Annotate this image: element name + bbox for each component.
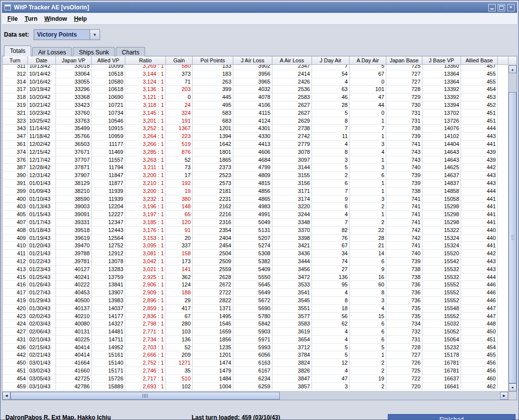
table-row[interactable]: 41601/26/4340222138412,906 : 11242672564… — [2, 281, 508, 289]
vertical-scroll-track[interactable] — [509, 73, 517, 383]
table-cell: 440 — [461, 227, 498, 234]
tab-air-losses[interactable]: Air Losses — [32, 47, 72, 56]
table-row[interactable]: 40801/18/4339518124433,176 : 19123545131… — [2, 227, 508, 234]
table-row[interactable]: 42702/06/4340131144812,771 : 11031659590… — [2, 328, 508, 336]
horizontal-scrollbar[interactable]: ◀ ▶ — [2, 392, 508, 400]
table-cell: 5207 — [233, 234, 272, 242]
dataset-combobox[interactable]: Victory Points ▼ — [34, 29, 100, 40]
table-row[interactable]: 43102/10/4340225147112,734 : 11361856597… — [2, 336, 508, 344]
table-row[interactable]: 40901/19/4339619125643,153 : 12024045207… — [2, 234, 508, 242]
table-row[interactable]: 37612/17/4237707115573,263 : 15218654684… — [2, 156, 508, 164]
menu-file[interactable]: File — [4, 14, 21, 24]
table-row[interactable]: 45403/05/4342725157262,717 : 15101484623… — [2, 375, 508, 383]
table-cell: 16781 — [422, 367, 461, 375]
table-row[interactable]: 40301/13/4339003122043,196 : 11482162498… — [2, 203, 508, 211]
table-row[interactable]: 39901/09/4338210119393,200 : 11921814856… — [2, 187, 508, 195]
tab-ships-sunk[interactable]: Ships Sunk — [73, 47, 115, 56]
table-cell: 37671 — [56, 148, 92, 156]
scroll-down-icon[interactable]: ▼ — [509, 383, 517, 391]
table-row[interactable]: 31910/21/4233423107213,118 : 12449541062… — [2, 101, 508, 109]
table-row[interactable]: 31210/14/4233064105183,144 : 13731833956… — [2, 70, 508, 78]
table-cell: 3902 — [233, 65, 272, 70]
scroll-right-icon[interactable]: ▶ — [500, 392, 508, 400]
table-row[interactable]: 41301/23/4340127132833,021 : 11412559540… — [2, 266, 508, 274]
table-cell: 3,232 : 1 — [125, 195, 166, 203]
column-header-pol-points[interactable]: Pol Points — [193, 56, 233, 65]
menu-window[interactable]: Window — [41, 14, 70, 24]
column-header-date[interactable]: Date — [28, 56, 56, 65]
table-row[interactable]: 34711/18/4235766109593,264 : 12231394433… — [2, 133, 508, 140]
maximize-icon[interactable] — [498, 4, 505, 11]
table-row[interactable]: 32110/23/4233760107343,145 : 13245834115… — [2, 109, 508, 117]
table-cell: 2 — [350, 383, 386, 391]
table-cell: 741 — [386, 195, 422, 203]
table-row[interactable]: 31410/16/4233055105803,124 : 17126339652… — [2, 78, 508, 86]
table-row[interactable]: 39101/01/4338129118773,210 : 11922573481… — [2, 180, 508, 187]
column-header-j-air-loss[interactable]: J Air Loss — [233, 56, 272, 65]
table-row[interactable]: 41001/20/4339470127523,095 : 13372454527… — [2, 242, 508, 250]
table-cell: 15552 — [422, 281, 461, 289]
table-cell: 42786 — [56, 383, 92, 391]
table-cell: 14481 — [92, 328, 125, 336]
column-header-j-day-air[interactable]: J Day Air — [312, 56, 350, 65]
menu-help[interactable]: Help — [70, 14, 90, 24]
table-row[interactable]: 44202/21/4340414151612,666 : 12091201605… — [2, 351, 508, 359]
table-row[interactable]: 40501/15/4339091122273,197 : 16522164991… — [2, 211, 508, 219]
table-row[interactable]: 37412/15/4237671114693,285 : 18761801460… — [2, 148, 508, 156]
tab-totals[interactable]: Totals — [4, 46, 31, 56]
table-row[interactable]: 40701/17/4339331123473,185 : 11202316504… — [2, 219, 508, 227]
table-row[interactable]: 43602/15/4340414149522,703 : 15212355993… — [2, 344, 508, 352]
table-row[interactable]: 41201/22/4339781130783,042 : 11732509538… — [2, 258, 508, 266]
table-cell-filler — [498, 180, 508, 187]
table-row[interactable]: 42302/02/4340210141772,836 : 16714955780… — [2, 313, 508, 321]
scroll-up-icon[interactable]: ▲ — [509, 65, 517, 73]
table-row[interactable]: 39012/31/4237907118473,200 : 11725234809… — [2, 172, 508, 180]
table-row[interactable]: 41901/29/4340500139832,896 : 12928225672… — [2, 297, 508, 305]
column-header-a-air-loss[interactable]: A Air Loss — [272, 56, 312, 65]
table-row[interactable]: 31110/13/4233018100993,269 : 15801333902… — [2, 65, 508, 70]
column-header-allied-base[interactable]: Allied Base — [461, 56, 498, 65]
vertical-scroll-thumb[interactable] — [509, 92, 517, 383]
horizontal-scroll-thumb[interactable] — [10, 392, 280, 400]
table-row[interactable]: 45103/02/4341660151712,746 : 13514796167… — [2, 367, 508, 375]
table-row[interactable]: 38712/28/4237871117943,211 : 17323734799… — [2, 164, 508, 172]
horizontal-scroll-track[interactable] — [10, 392, 500, 400]
table-row[interactable]: 41501/25/4340241137592,925 : 13622628555… — [2, 274, 508, 281]
vertical-scrollbar[interactable]: ▲ ▼ — [508, 56, 517, 391]
column-header-a-day-air[interactable]: A Day Air — [350, 56, 386, 65]
table-row[interactable]: 32310/25/4233763105463,201 : 11916834124… — [2, 117, 508, 125]
table-cell: 2779 — [272, 140, 312, 148]
table-cell: 3,196 : 1 — [125, 203, 166, 211]
close-icon[interactable]: ✕ — [507, 4, 515, 11]
menu-turn[interactable]: Turn — [21, 14, 41, 24]
table-row[interactable]: 40001/10/4338590119393,232 : 13802231486… — [2, 195, 508, 203]
column-header-ratio[interactable]: Ratio — [125, 56, 166, 65]
table-cell-filler — [498, 86, 508, 93]
table-row[interactable]: 41701/27/4340453139072,909 : 11882722564… — [2, 289, 508, 297]
column-header-allied-vp[interactable]: Allied VP — [92, 56, 125, 65]
table-cell: 446 — [461, 297, 498, 305]
scroll-left-icon[interactable]: ◀ — [2, 392, 10, 400]
table-row[interactable]: 42001/30/4340137140372,859 : 14171371569… — [2, 305, 508, 313]
column-header-japan-vp[interactable]: Japan VP — [56, 56, 92, 65]
table-cell: 3,136 : 1 — [125, 86, 166, 93]
chevron-down-icon[interactable]: ▼ — [90, 30, 100, 40]
column-header-j-base-vp[interactable]: J Base VP — [422, 56, 461, 65]
table-row[interactable]: 31710/19/4233296106183,136 : 12033994032… — [2, 86, 508, 93]
table-row[interactable]: 34311/14/4235499109153,252 : 11367120143… — [2, 125, 508, 133]
table-row[interactable]: 41101/21/4339788129123,081 : 11582504530… — [2, 250, 508, 258]
title-bar[interactable]: WitP Tracker AE [vsOlorin] ✕ — [2, 2, 517, 13]
minimize-icon[interactable] — [488, 4, 496, 11]
column-header-gain[interactable]: Gain — [166, 56, 193, 65]
table-row[interactable]: 45903/10/4342786158892,693 : 11021004625… — [2, 383, 508, 391]
table-row[interactable]: 42402/03/4340080143272,798 : 12801545584… — [2, 320, 508, 328]
table-row[interactable]: 45003/01/4341664151402,752 : 11271147461… — [2, 359, 508, 367]
table-row[interactable]: 36112/02/4236503111773,266 : 15191642441… — [2, 140, 508, 148]
table-row[interactable]: 31810/20/4233368106903,121 : 10445407825… — [2, 93, 508, 101]
table-cell: 442 — [2, 351, 28, 359]
column-header-japan-base[interactable]: Japan Base — [386, 56, 422, 65]
tab-charts[interactable]: Charts — [116, 47, 145, 56]
table-cell: 37907 — [56, 172, 92, 180]
column-header-turn[interactable]: Turn — [2, 56, 28, 65]
table-cell: 40453 — [56, 289, 92, 297]
